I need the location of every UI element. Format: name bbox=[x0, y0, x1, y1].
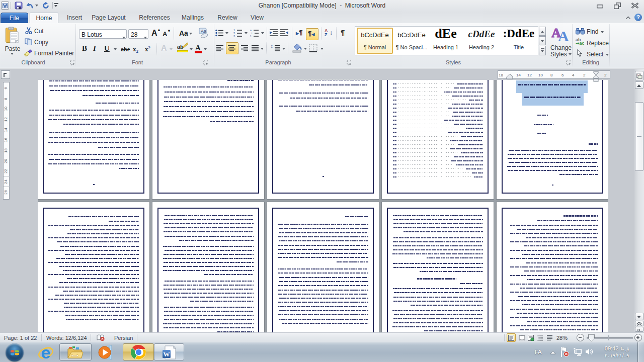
svg-text:i: i bbox=[252, 32, 252, 35]
svg-text:Aa: Aa bbox=[201, 29, 206, 34]
svg-text:3: 3 bbox=[233, 35, 235, 37]
svg-text:e: e bbox=[41, 344, 51, 360]
svg-text:1: 1 bbox=[250, 35, 252, 37]
svg-text:W: W bbox=[164, 350, 170, 358]
